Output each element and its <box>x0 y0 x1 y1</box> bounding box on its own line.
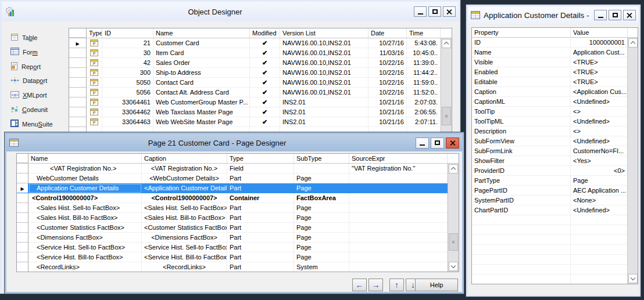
property-row[interactable]: Editable<TRUE> <box>472 77 638 87</box>
object-row[interactable]: P33064461Web CustomerGroup Master P...IN… <box>69 97 452 107</box>
close-button[interactable] <box>443 6 456 17</box>
cell-value[interactable]: <0> <box>571 166 628 176</box>
maximize-button[interactable] <box>431 138 444 149</box>
object-row[interactable]: P21Customer CardNAVW16.00.10,INS2.0110/2… <box>69 38 452 48</box>
minimize-button[interactable] <box>416 138 429 149</box>
scroll-up-button[interactable] <box>449 164 458 174</box>
cell-value[interactable]: CustomerNo=FI... <box>571 146 628 156</box>
object-row[interactable]: P30Item CardNAVW16.00.01,INS2.0111/03/16… <box>69 48 452 58</box>
page-control-row[interactable]: <Dimensions FactBox><Dimensions FactBox>… <box>17 233 459 243</box>
cell-value[interactable]: <> <box>571 126 628 136</box>
row-selector-current[interactable] <box>69 38 87 48</box>
row-selector[interactable] <box>17 203 28 213</box>
move-right-button[interactable]: → <box>368 279 383 291</box>
cell-value[interactable]: AEC Application ... <box>571 186 628 196</box>
property-row[interactable]: Caption<Application Cus... <box>472 87 638 97</box>
property-row[interactable]: Visible<TRUE> <box>472 57 638 67</box>
sidebar-item-report[interactable]: Report <box>10 61 41 73</box>
cell-value[interactable]: <TRUE> <box>571 57 628 67</box>
maximize-button[interactable] <box>428 6 441 17</box>
object-row[interactable]: P42Sales OrderNAVW16.00.10,INS2.0110/22/… <box>69 58 452 68</box>
cell-value[interactable]: <> <box>571 107 628 117</box>
sidebar-item-form[interactable]: Form <box>10 46 38 58</box>
object-row[interactable]: P5050Contact CardNAVW16.00.10,INS2.0110/… <box>69 78 452 88</box>
property-row[interactable]: NameApplication Cust... <box>472 48 638 57</box>
page-control-row[interactable]: WebCustomer Details<WebCustomer Details>… <box>17 174 459 183</box>
property-row[interactable]: ID1000000001 <box>472 38 638 48</box>
row-selector[interactable] <box>17 174 28 183</box>
sidebar-item-codeunit[interactable]: Codeunit <box>10 104 48 115</box>
sidebar-item-table[interactable]: Table <box>10 32 37 44</box>
cell-value[interactable]: <Undefined> <box>571 117 628 126</box>
object-row[interactable]: P33064463Web WebSite Master PageINS2.011… <box>69 117 452 127</box>
page-controls-scrollbar[interactable]: ≡ <box>448 164 459 272</box>
properties-titlebar[interactable]: Application Customer Details - ... <box>468 6 639 24</box>
row-selector[interactable] <box>17 193 28 203</box>
row-selector[interactable] <box>17 243 28 252</box>
cell-value[interactable]: 1000000001 <box>571 38 628 48</box>
property-row[interactable]: Description<> <box>472 126 638 136</box>
row-selector[interactable] <box>69 97 87 107</box>
cell-value[interactable]: Application Cust... <box>571 48 628 57</box>
page-control-row[interactable]: <Customer Statistics FactBox><Customer S… <box>17 223 459 233</box>
cell-value[interactable]: <Undefined> <box>571 136 628 146</box>
row-selector-current[interactable] <box>17 183 28 193</box>
sidebar-item-menusuite[interactable]: MenuSuite <box>10 118 53 130</box>
property-row[interactable]: PartTypePage <box>472 176 638 186</box>
property-row[interactable]: ChartPartID<Undefined> <box>472 205 638 215</box>
row-selector[interactable] <box>17 213 28 223</box>
cell-value[interactable]: <None> <box>571 196 628 205</box>
move-up-button[interactable]: ↑ <box>389 279 404 291</box>
row-selector[interactable] <box>69 78 87 88</box>
cell-value[interactable]: <Undefined> <box>571 205 628 215</box>
property-scrollbar[interactable] <box>627 38 638 284</box>
row-selector[interactable] <box>69 48 87 58</box>
scrollbar-thumb[interactable]: ≡ <box>442 107 451 125</box>
object-row[interactable]: P300Ship-to AddressNAVW16.00.10,INS2.011… <box>69 68 452 78</box>
cell-value[interactable]: <Yes> <box>571 156 628 166</box>
page-control-row[interactable]: <Control1900000007><Control1900000007>Co… <box>17 193 459 203</box>
page-control-row[interactable]: <VAT Registration No.><VAT Registration … <box>17 164 459 174</box>
cell-value[interactable]: <Undefined> <box>571 97 628 107</box>
object-designer-titlebar[interactable]: Object Designer <box>2 2 459 21</box>
property-row[interactable]: ToolTipML<Undefined> <box>472 117 638 126</box>
property-row[interactable]: PagePartIDAEC Application ... <box>472 186 638 196</box>
scrollbar-thumb[interactable]: ≡ <box>449 233 458 251</box>
page-control-row[interactable]: <Service Hist. Bill-to FactBox><Service … <box>17 252 459 262</box>
row-selector[interactable] <box>17 233 28 243</box>
sidebar-item-dataport[interactable]: Dataport <box>10 75 47 86</box>
page-control-row[interactable]: <RecordLinks><RecordLinks>PartSystem <box>17 262 459 272</box>
property-row[interactable]: ToolTip<> <box>472 107 638 117</box>
cell-value[interactable]: <Application Cus... <box>571 87 628 97</box>
scroll-down-button[interactable] <box>628 274 638 283</box>
property-row[interactable]: SystemPartID<None> <box>472 196 638 205</box>
object-row[interactable]: P33064462Web Taxclass Master PageINS2.01… <box>69 107 452 117</box>
row-selector[interactable] <box>69 107 87 117</box>
help-button[interactable]: Help <box>415 279 458 291</box>
row-selector[interactable] <box>69 68 87 78</box>
cell-value[interactable]: <TRUE> <box>571 77 628 87</box>
property-row[interactable]: ProviderID<0> <box>472 166 638 176</box>
page-control-row[interactable]: <Service Hist. Sell-to FactBox><Service … <box>17 243 459 252</box>
page-control-row[interactable]: Application Customer Details<Application… <box>17 183 459 193</box>
close-button[interactable] <box>446 138 459 149</box>
property-row[interactable]: Enabled<TRUE> <box>472 67 638 77</box>
sidebar-item-xmlport[interactable]: <a>XMLport <box>10 89 47 101</box>
minimize-button[interactable] <box>414 6 427 17</box>
row-selector[interactable] <box>17 252 28 262</box>
property-row[interactable]: ShowFilter<Yes> <box>472 156 638 166</box>
property-row[interactable]: CaptionML<Undefined> <box>472 97 638 107</box>
move-left-button[interactable]: ← <box>352 279 367 291</box>
row-selector[interactable] <box>69 117 87 127</box>
row-selector[interactable] <box>17 262 28 272</box>
row-selector[interactable] <box>17 164 28 174</box>
close-button[interactable] <box>623 10 636 20</box>
scroll-down-button[interactable] <box>449 262 458 271</box>
page-control-row[interactable]: <Sales Hist. Sell-to FactBox><Sales Hist… <box>17 203 459 213</box>
row-selector[interactable] <box>69 88 87 97</box>
cell-value[interactable]: <TRUE> <box>571 67 628 77</box>
maximize-button[interactable] <box>609 10 621 20</box>
property-row[interactable]: SubFormLinkCustomerNo=FI... <box>472 146 638 156</box>
scroll-up-button[interactable] <box>442 39 451 48</box>
object-row[interactable]: P5056Contact Alt. Address CardNAVW16.00.… <box>69 88 452 97</box>
